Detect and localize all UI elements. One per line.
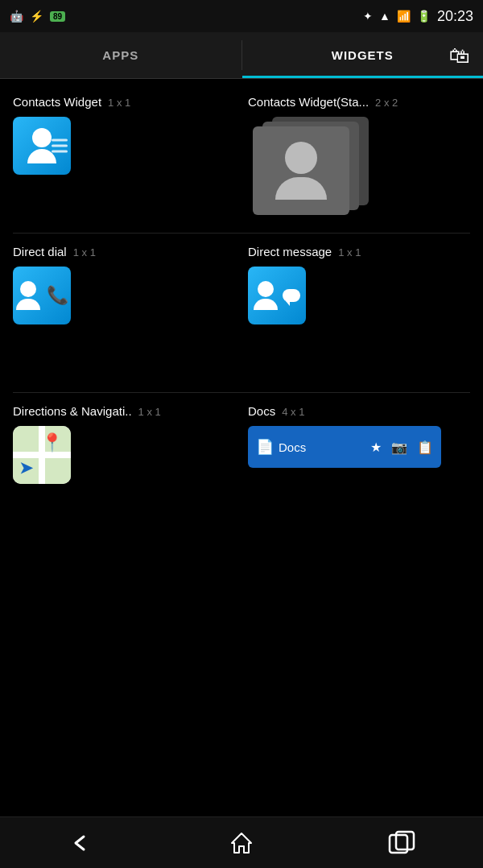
direct-dial-icon: 📞 xyxy=(13,267,71,324)
map-arrow-icon: ➤ xyxy=(19,458,33,477)
status-bar: 🤖 ⚡ 89 ✦ ▲ 📶 🔋 20:23 xyxy=(0,0,483,32)
back-button[interactable] xyxy=(48,824,113,862)
widget-name-contacts: Contacts Widget xyxy=(13,95,101,109)
status-right: ✦ ▲ 📶 🔋 20:23 xyxy=(363,8,473,25)
navigation-bar xyxy=(0,816,483,868)
widget-cell-direct-dial[interactable]: Direct dial 1 x 1 📞 xyxy=(6,237,242,341)
widget-size-contacts: 1 x 1 xyxy=(108,97,130,109)
widget-grid: Contacts Widget 1 x 1 xyxy=(0,87,483,500)
direct-message-icon xyxy=(248,267,306,324)
contacts-icon xyxy=(13,117,71,175)
signal-icon: 📶 xyxy=(397,10,411,23)
battery-icon: 🔋 xyxy=(417,10,431,23)
widget-cell-directions[interactable]: Directions & Navigati.. 1 x 1 📍 ➤ xyxy=(6,396,242,500)
content-area: Contacts Widget 1 x 1 xyxy=(0,79,483,816)
widget-icon-wrap-stacked xyxy=(248,117,470,213)
docs-camera-icon: 📷 xyxy=(391,440,407,455)
widget-label-row-msg: Direct message 1 x 1 xyxy=(248,245,470,258)
recents-button[interactable] xyxy=(370,824,435,862)
dial-person xyxy=(16,281,40,310)
recents-icon xyxy=(388,830,417,856)
card-lines xyxy=(52,139,68,153)
home-icon xyxy=(229,830,254,856)
widget-name-dial: Direct dial xyxy=(13,245,67,258)
docs-file-icon: 📄 xyxy=(256,438,274,456)
docs-action-icons: ★ 📷 📋 xyxy=(370,440,433,455)
contacts-stacked-icon xyxy=(248,117,369,213)
widget-size-docs: 4 x 1 xyxy=(282,406,304,418)
separator-2 xyxy=(6,389,477,396)
map-background: 📍 ➤ xyxy=(13,426,71,484)
widget-icon-wrap-msg xyxy=(248,267,470,324)
directions-icon: 📍 ➤ xyxy=(13,426,71,484)
widget-icon-wrap-contacts xyxy=(13,117,235,175)
wifi-icon: ▲ xyxy=(379,10,390,23)
bluetooth-icon: ✦ xyxy=(363,10,373,23)
widget-label-row: Contacts Widget 1 x 1 xyxy=(13,95,235,109)
widget-size-stacked: 2 x 2 xyxy=(375,97,398,109)
widget-label-row-directions: Directions & Navigati.. 1 x 1 xyxy=(13,404,235,418)
widget-cell-contacts[interactable]: Contacts Widget 1 x 1 xyxy=(6,87,242,229)
stack-person xyxy=(275,142,327,200)
dial-head xyxy=(20,281,36,297)
tab-widgets[interactable]: WIDGETS xyxy=(242,32,484,78)
battery-level: 89 xyxy=(50,11,65,22)
docs-star-icon: ★ xyxy=(370,440,382,455)
msg-person-head xyxy=(258,281,274,297)
person-head xyxy=(32,128,52,147)
map-pin-icon: 📍 xyxy=(41,432,63,453)
widget-name-directions: Directions & Navigati.. xyxy=(13,404,132,418)
widget-label-row-dial: Direct dial 1 x 1 xyxy=(13,245,235,258)
cart-icon[interactable]: 🛍 xyxy=(449,43,470,68)
stack-card-3 xyxy=(253,126,349,215)
widget-cell-contacts-stacked[interactable]: Contacts Widget(Sta... 2 x 2 xyxy=(242,87,477,229)
widget-label-row-stacked: Contacts Widget(Sta... 2 x 2 xyxy=(248,95,470,109)
docs-label-area: 📄 Docs xyxy=(256,438,362,456)
separator-1 xyxy=(6,229,477,237)
card-line-2 xyxy=(52,145,68,147)
spacer-row xyxy=(6,341,477,389)
widget-icon-wrap-docs: 📄 Docs ★ 📷 📋 xyxy=(248,426,470,468)
android-icon: 🤖 xyxy=(10,10,23,23)
widget-name-msg: Direct message xyxy=(248,245,332,258)
widget-size-msg: 1 x 1 xyxy=(338,246,361,258)
status-left: 🤖 ⚡ 89 xyxy=(10,10,65,23)
status-time: 20:23 xyxy=(437,8,473,25)
usb-icon: ⚡ xyxy=(30,10,43,23)
widget-cell-docs[interactable]: Docs 4 x 1 📄 Docs ★ 📷 📋 xyxy=(242,396,477,500)
msg-bubble xyxy=(283,289,300,302)
docs-share-icon: 📋 xyxy=(417,440,433,455)
home-button[interactable] xyxy=(209,824,274,862)
card-line-1 xyxy=(52,139,68,142)
widget-name-stacked: Contacts Widget(Sta... xyxy=(248,95,369,109)
widget-size-directions: 1 x 1 xyxy=(138,406,161,418)
msg-person-body xyxy=(254,299,278,310)
widget-size-dial: 1 x 1 xyxy=(73,246,96,258)
stack-person-body xyxy=(275,177,327,200)
card-line-3 xyxy=(52,151,68,153)
tab-apps[interactable]: APPS xyxy=(0,32,242,78)
docs-text: Docs xyxy=(279,440,306,454)
back-arrow-icon xyxy=(68,830,93,856)
tab-bar: APPS WIDGETS 🛍 xyxy=(0,32,483,79)
widget-name-docs: Docs xyxy=(248,404,275,418)
widget-label-row-docs: Docs 4 x 1 xyxy=(248,404,470,418)
stack-person-head xyxy=(285,142,317,174)
docs-widget-icon: 📄 Docs ★ 📷 📋 xyxy=(248,426,441,468)
msg-person xyxy=(254,281,278,310)
dial-phone-icon: 📞 xyxy=(47,285,68,306)
widget-icon-wrap-directions: 📍 ➤ xyxy=(13,426,235,484)
widget-cell-direct-message[interactable]: Direct message 1 x 1 xyxy=(242,237,477,341)
dial-body xyxy=(16,299,40,310)
widget-icon-wrap-dial: 📞 xyxy=(13,267,235,324)
